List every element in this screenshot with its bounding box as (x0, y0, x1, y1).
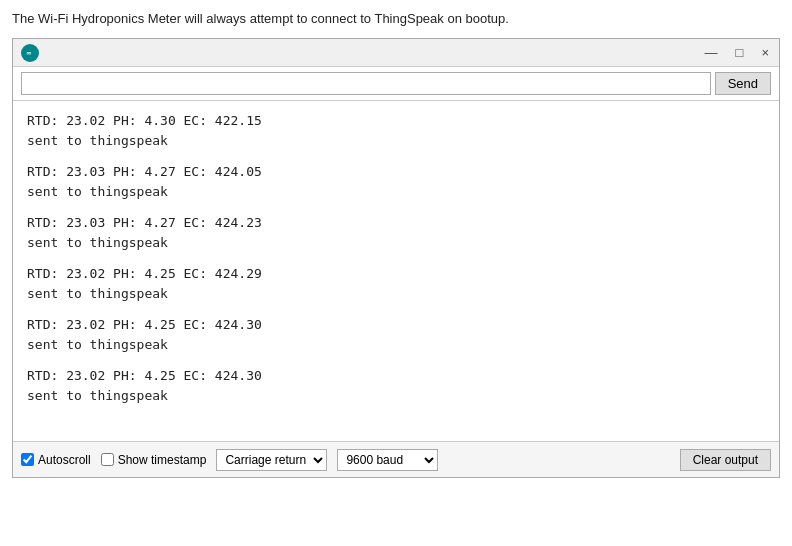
output-block: RTD: 23.03 PH: 4.27 EC: 424.05sent to th… (27, 162, 765, 201)
output-line2: sent to thingspeak (27, 233, 765, 253)
output-block: RTD: 23.02 PH: 4.25 EC: 424.29sent to th… (27, 264, 765, 303)
output-block: RTD: 23.02 PH: 4.30 EC: 422.15sent to th… (27, 111, 765, 150)
serial-monitor-window: ∞ — □ × Send RTD: 23.02 PH: 4.30 EC: 422… (12, 38, 780, 478)
output-line1: RTD: 23.02 PH: 4.25 EC: 424.30 (27, 315, 765, 335)
output-line2: sent to thingspeak (27, 182, 765, 202)
input-bar: Send (13, 67, 779, 101)
show-timestamp-label[interactable]: Show timestamp (101, 453, 207, 467)
output-line1: RTD: 23.02 PH: 4.25 EC: 424.29 (27, 264, 765, 284)
send-button[interactable]: Send (715, 72, 771, 95)
baud-rate-select[interactable]: 300 baud1200 baud2400 baud4800 baud9600 … (337, 449, 438, 471)
autoscroll-checkbox[interactable] (21, 453, 34, 466)
output-block: RTD: 23.03 PH: 4.27 EC: 424.23sent to th… (27, 213, 765, 252)
line-ending-select[interactable]: No line endingNewlineCarriage returnBoth… (216, 449, 327, 471)
title-bar: ∞ — □ × (13, 39, 779, 67)
output-area: RTD: 23.02 PH: 4.30 EC: 422.15sent to th… (13, 101, 779, 441)
output-line1: RTD: 23.02 PH: 4.25 EC: 424.30 (27, 366, 765, 386)
output-line2: sent to thingspeak (27, 131, 765, 151)
close-button[interactable]: × (759, 46, 771, 59)
arduino-logo: ∞ (21, 44, 39, 62)
output-line1: RTD: 23.02 PH: 4.30 EC: 422.15 (27, 111, 765, 131)
output-line1: RTD: 23.03 PH: 4.27 EC: 424.05 (27, 162, 765, 182)
output-block: RTD: 23.02 PH: 4.25 EC: 424.30sent to th… (27, 366, 765, 405)
show-timestamp-text: Show timestamp (118, 453, 207, 467)
maximize-button[interactable]: □ (734, 46, 746, 59)
status-bar: Autoscroll Show timestamp No line ending… (13, 441, 779, 477)
output-line1: RTD: 23.03 PH: 4.27 EC: 424.23 (27, 213, 765, 233)
autoscroll-text: Autoscroll (38, 453, 91, 467)
clear-output-button[interactable]: Clear output (680, 449, 771, 471)
autoscroll-label[interactable]: Autoscroll (21, 453, 91, 467)
show-timestamp-checkbox[interactable] (101, 453, 114, 466)
output-line2: sent to thingspeak (27, 386, 765, 406)
title-bar-controls: — □ × (703, 46, 771, 59)
top-description: The Wi-Fi Hydroponics Meter will always … (12, 10, 780, 28)
serial-input[interactable] (21, 72, 711, 95)
output-line2: sent to thingspeak (27, 284, 765, 304)
svg-text:∞: ∞ (26, 49, 31, 56)
output-line2: sent to thingspeak (27, 335, 765, 355)
output-block: RTD: 23.02 PH: 4.25 EC: 424.30sent to th… (27, 315, 765, 354)
minimize-button[interactable]: — (703, 46, 720, 59)
